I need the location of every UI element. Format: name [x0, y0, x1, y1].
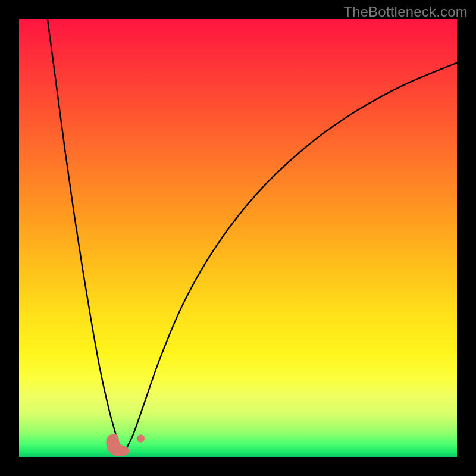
watermark-text: TheBottleneck.com [343, 4, 468, 20]
marker-dot [137, 434, 145, 442]
chart-frame: TheBottleneck.com [0, 0, 476, 476]
curve-left-branch [48, 19, 124, 453]
markers-group [106, 434, 145, 456]
marker-blob [106, 434, 129, 456]
curves-svg [19, 19, 457, 457]
curve-right-branch [124, 63, 457, 453]
plot-area [19, 19, 457, 457]
